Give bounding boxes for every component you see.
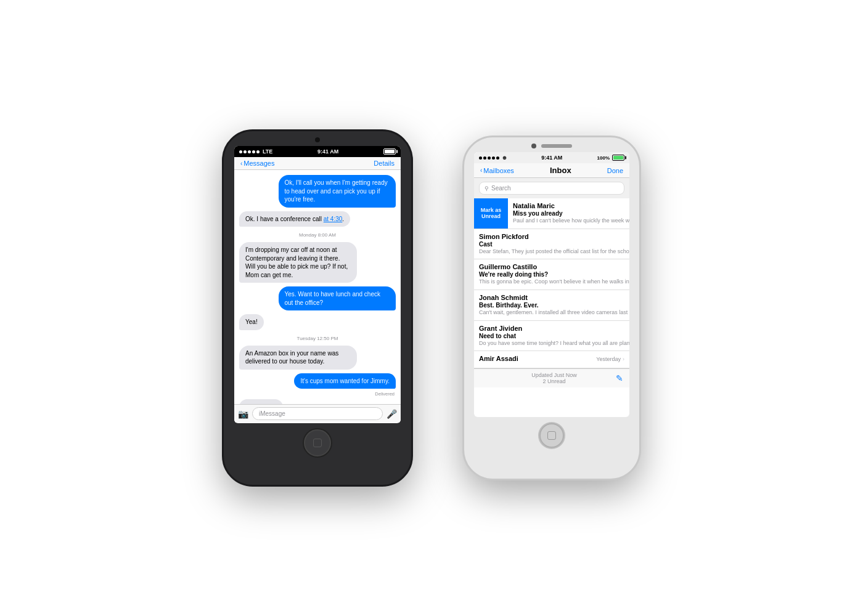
phones-container: LTE 9:41 AM ‹ Messages Details: [222, 129, 641, 487]
dot1: [239, 150, 242, 153]
search-placeholder: Search: [491, 185, 511, 192]
mail-sender-6: Amir Assadi: [479, 355, 518, 362]
message-row-4: Yes. Want to have lunch and check out th…: [239, 286, 396, 310]
mail-item-1[interactable]: Mark asUnread Natalia Maric 9:15 AM › Mi…: [474, 198, 629, 229]
mail-footer-text: Updated Just Now 2 Unread: [493, 372, 616, 384]
dot2: [243, 150, 247, 153]
status-right-light: 100%: [597, 155, 624, 161]
battery-light: [612, 155, 624, 161]
mail-sender-4: Jonah Schmidt: [479, 294, 528, 301]
delivered-label: Delivered: [239, 391, 395, 397]
bubble-received-3: Yea!: [239, 314, 264, 330]
mail-item-3[interactable]: Guillermo Castillo Yesterday › We're rea…: [474, 259, 629, 290]
bubble-sent-2: Yes. Want to have lunch and check out th…: [279, 286, 396, 310]
bubble-sent-3: It's cups mom wanted for Jimmy.: [294, 373, 396, 389]
back-button-messages[interactable]: ‹ Messages: [240, 160, 274, 167]
timestamp-tuesday: Tuesday 12:50 PM: [239, 336, 396, 341]
bubble-received-1: Ok. I have a conference call at 4:30.: [239, 211, 350, 227]
mail-preview-1: Paul and I can't believe how quickly the…: [513, 217, 629, 225]
compose-button[interactable]: ✎: [616, 373, 623, 383]
status-bar-light: ⊛ 9:41 AM 100%: [474, 152, 629, 163]
mail-chevron-6: ›: [623, 356, 624, 362]
wifi-icon: ⊛: [502, 155, 507, 161]
mail-header-5: Grant Jividen Yesterday ›: [479, 325, 629, 332]
home-inner-light: [547, 431, 556, 440]
msg-link-time[interactable]: at 4:30: [324, 216, 343, 222]
done-button[interactable]: Done: [607, 167, 623, 174]
mail-header-1: Natalia Maric 9:15 AM ›: [513, 202, 629, 209]
back-label-messages: Messages: [243, 160, 274, 167]
time-light: 9:41 AM: [541, 155, 562, 161]
mail-screen: ⊛ 9:41 AM 100% ‹ Mailboxes Inbox Done: [474, 152, 629, 417]
mail-item-5[interactable]: Grant Jividen Yesterday › Need to chat D…: [474, 321, 629, 352]
signal-dots-dark: [239, 150, 260, 153]
home-inner-dark: [313, 439, 322, 447]
bubble-received-2: I'm dropping my car off at noon at Conte…: [239, 242, 357, 283]
status-left-light: ⊛: [479, 155, 507, 161]
mail-footer: Updated Just Now 2 Unread ✎: [474, 368, 629, 387]
message-row-2: Ok. I have a conference call at 4:30.: [239, 211, 396, 227]
dot4: [252, 150, 255, 153]
imessage-input[interactable]: iMessage: [252, 407, 383, 420]
camera-dark: [315, 137, 320, 142]
dot5: [256, 150, 260, 153]
mail-preview-2: Dear Stefan, They just posted the offici…: [479, 248, 629, 256]
message-row-8: Ok. Thanks: [239, 399, 396, 404]
ldot2: [483, 156, 486, 160]
home-button-light[interactable]: [539, 423, 564, 448]
back-button-mail[interactable]: ‹ Mailboxes: [480, 167, 514, 174]
camera-button[interactable]: 📷: [238, 409, 248, 419]
message-row-5: Yea!: [239, 314, 396, 330]
mail-subject-3: We're really doing this?: [479, 271, 629, 278]
mail-time-row-6: Yesterday ›: [596, 356, 624, 362]
ldot5: [496, 156, 499, 160]
ldot1: [479, 156, 482, 160]
ldot4: [492, 156, 495, 160]
mail-item-2[interactable]: Simon Pickford 8:32 AM › Cast Dear Stefa…: [474, 229, 629, 260]
mail-sender-2: Simon Pickford: [479, 233, 529, 240]
mic-button[interactable]: 🎤: [387, 409, 397, 419]
search-bar-container: ⚲ Search: [474, 178, 629, 198]
mail-content-1: Natalia Maric 9:15 AM › Miss you already…: [508, 198, 629, 229]
ldot3: [488, 156, 491, 160]
mail-preview-5: Do you have some time tonight? I heard w…: [479, 340, 629, 347]
updated-text: Updated Just Now: [493, 372, 616, 378]
back-chevron-messages: ‹: [240, 160, 242, 167]
mail-list: Mark asUnread Natalia Maric 9:15 AM › Mi…: [474, 198, 629, 368]
network-label-dark: LTE: [263, 148, 272, 155]
message-row-6: An Amazon box in your name was delivered…: [239, 346, 396, 370]
bubble-received-4: An Amazon box in your name was delivered…: [239, 346, 357, 370]
phone-dark: LTE 9:41 AM ‹ Messages Details: [222, 129, 413, 487]
bubble-received-5: Ok. Thanks: [239, 399, 283, 404]
status-left-dark: LTE: [239, 148, 272, 155]
battery-dark: [383, 148, 396, 155]
mail-content-2: Simon Pickford 8:32 AM › Cast Dear Stefa…: [474, 229, 629, 259]
signal-dots-light: [479, 156, 499, 160]
message-row-7: It's cups mom wanted for Jimmy.: [239, 373, 396, 389]
mail-content-3: Guillermo Castillo Yesterday › We're rea…: [474, 259, 629, 290]
message-row-3: I'm dropping my car off at noon at Conte…: [239, 242, 396, 283]
back-label-mail: Mailboxes: [483, 167, 514, 174]
mail-subject-4: Best. Birthday. Ever.: [479, 302, 629, 309]
mark-unread-button[interactable]: Mark asUnread: [474, 198, 508, 229]
messages-input-bar: 📷 iMessage 🎤: [234, 404, 401, 423]
mail-sender-1: Natalia Maric: [513, 202, 555, 209]
mail-sender-5: Grant Jividen: [479, 325, 522, 332]
home-button-dark[interactable]: [304, 429, 331, 456]
mail-time-6: Yesterday: [596, 356, 621, 362]
status-bar-dark: LTE 9:41 AM: [234, 146, 401, 157]
bubble-sent-1: Ok, I'll call you when I'm getting ready…: [279, 175, 396, 208]
timestamp-monday: Monday 8:00 AM: [239, 232, 396, 238]
search-bar[interactable]: ⚲ Search: [479, 182, 624, 195]
back-chevron-mail: ‹: [480, 167, 482, 174]
camera-light: [531, 144, 536, 148]
phone-light: ⊛ 9:41 AM 100% ‹ Mailboxes Inbox Done: [462, 136, 641, 480]
mail-preview-4: Can't wait, gentlemen. I installed all t…: [479, 309, 629, 317]
mail-item-4[interactable]: Jonah Schmidt Yesterday › Best. Birthday…: [474, 290, 629, 321]
mail-item-6[interactable]: Amir Assadi Yesterday ›: [474, 351, 629, 368]
mail-subject-5: Need to chat: [479, 333, 629, 339]
message-row-1: Ok, I'll call you when I'm getting ready…: [239, 175, 396, 208]
mail-header-6: Amir Assadi Yesterday ›: [479, 355, 624, 362]
details-button[interactable]: Details: [374, 160, 395, 167]
messages-nav: ‹ Messages Details: [234, 157, 401, 170]
